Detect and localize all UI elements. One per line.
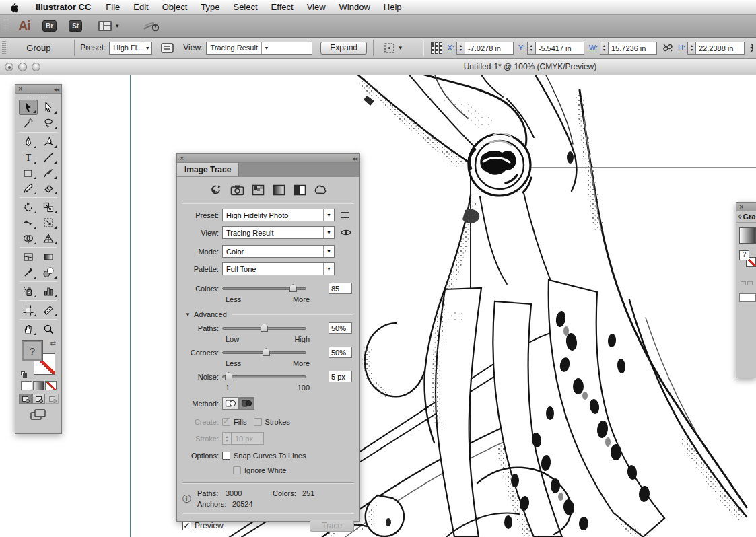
tool-selection[interactable] [19,100,38,115]
snap-curves-checkbox[interactable] [222,452,230,460]
transform-options-button[interactable]: ▼ [384,42,403,54]
menu-view[interactable]: View [300,0,333,14]
noise-input[interactable]: 5 px [329,371,352,382]
tool-slice[interactable] [39,302,58,318]
change-screen-mode-button[interactable] [15,408,61,421]
x-input[interactable]: -7.0278 in [465,42,514,55]
tool-free-transform[interactable] [39,215,58,230]
tool-rotate[interactable] [19,199,38,215]
menu-effect[interactable]: Effect [265,0,300,14]
draw-behind-button[interactable] [32,394,45,404]
trace-panel-toggle-button[interactable] [161,43,174,53]
menu-object[interactable]: Object [156,0,195,14]
default-fill-stroke-icon[interactable] [21,371,28,378]
y-label[interactable]: Y: [518,44,525,52]
tool-rectangle[interactable] [19,165,38,180]
x-stepper[interactable]: ▴▾ [456,42,465,55]
draw-normal-button[interactable] [19,394,32,404]
expand-button[interactable]: Expand [320,42,367,55]
colors-slider-thumb[interactable] [289,284,297,292]
low-color-preset-button[interactable] [250,183,265,196]
draw-inside-button[interactable] [46,394,59,404]
tool-hand[interactable] [19,321,38,336]
fills-checkbox[interactable]: ✓ [222,418,230,426]
image-trace-header[interactable]: × ◀◀ [177,154,359,163]
zoom-window-button[interactable] [32,63,40,71]
noise-slider[interactable] [222,372,306,381]
tool-symbol-sprayer[interactable] [19,283,38,299]
tool-column-graph[interactable] [39,283,58,299]
noise-slider-thumb[interactable] [225,372,232,380]
workspace-layout-button[interactable]: ▼ [98,21,120,31]
tool-eyedropper[interactable] [19,264,38,280]
stock-button[interactable]: St [69,20,82,32]
tools-panel-grip[interactable] [15,94,61,100]
collapse-icon[interactable]: ◀◀ [352,156,357,161]
tool-direct-selection[interactable] [39,100,58,115]
tool-pencil[interactable] [19,180,38,196]
menu-select[interactable]: Select [226,0,264,14]
gradient-preview-swatch[interactable] [739,227,756,244]
tool-mesh[interactable] [19,249,38,264]
gradient-panel-header[interactable]: × [736,203,756,211]
tool-eraser[interactable] [39,180,58,196]
tool-blend[interactable] [39,264,58,280]
panel-cycle-icon[interactable]: ◊ [738,213,741,220]
w-label[interactable]: W: [589,44,598,52]
method-overlapping-button[interactable] [238,397,254,410]
mode-dropdown[interactable]: Color ▼ [222,245,335,258]
gradient-fill-proxy[interactable]: ? [739,250,749,260]
menu-edit[interactable]: Edit [127,0,155,14]
paths-slider-thumb[interactable] [261,324,268,332]
colors-input[interactable]: 85 [329,283,352,294]
menu-app-name[interactable]: Illustrator CC [28,0,99,14]
cs-live-button[interactable] [143,20,160,32]
menu-type[interactable]: Type [194,0,226,14]
tool-line-segment[interactable] [39,149,58,165]
collapse-icon[interactable]: ◀◀ [54,87,59,92]
close-icon[interactable]: × [180,155,184,162]
apple-menu-icon[interactable] [9,2,20,13]
tool-lasso[interactable] [39,115,58,131]
h-label[interactable]: H: [678,44,685,52]
tool-type[interactable]: T [19,149,38,165]
menu-help[interactable]: Help [377,0,409,14]
preview-checkbox[interactable]: ✓ [182,522,191,530]
tool-pen[interactable] [19,134,38,149]
gradient-button[interactable] [33,381,44,390]
strokes-checkbox[interactable] [254,418,262,426]
artboard-canvas[interactable] [0,75,756,537]
tool-scale[interactable] [39,199,58,215]
bridge-button[interactable]: Br [42,20,57,32]
palette-dropdown[interactable]: Full Tone ▼ [222,262,335,275]
preset-dropdown[interactable]: High Fi... ▼ [109,42,152,55]
reference-point-selector[interactable] [431,42,442,54]
tool-gradient[interactable] [39,249,58,264]
paths-input[interactable]: 50% [329,322,352,334]
tool-perspective-grid[interactable] [39,230,58,246]
stroke-width-field[interactable]: ▴▾ 10 px [222,432,264,445]
close-window-button[interactable] [5,63,13,71]
black-white-preset-button[interactable] [292,183,307,196]
none-button[interactable] [45,381,57,390]
y-input[interactable]: -5.5417 in [536,42,584,55]
high-color-preset-button[interactable] [230,183,244,196]
w-input[interactable]: 15.7236 in [609,42,657,55]
view-dropdown[interactable]: Tracing Result ▼ [206,42,312,55]
h-input[interactable]: 22.2388 in [696,42,745,55]
tool-paintbrush[interactable] [39,165,58,180]
gradient-stop-swatch[interactable] [739,293,756,302]
trace-button[interactable]: Trace [310,520,354,532]
w-stepper[interactable]: ▴▾ [600,42,609,55]
grayscale-preset-button[interactable] [271,183,286,196]
menu-file[interactable]: File [99,0,127,14]
outline-preset-button[interactable] [313,183,328,196]
tool-curvature-pen[interactable] [39,134,58,149]
tool-artboard[interactable] [19,302,38,318]
tool-shape-builder[interactable] [19,230,38,246]
color-button[interactable] [21,381,32,390]
image-trace-tab[interactable]: Image Trace [177,163,239,176]
advanced-expander[interactable]: ▼ Advanced [185,310,353,318]
tool-zoom[interactable] [39,321,58,336]
fill-swatch[interactable]: ? [22,341,42,361]
